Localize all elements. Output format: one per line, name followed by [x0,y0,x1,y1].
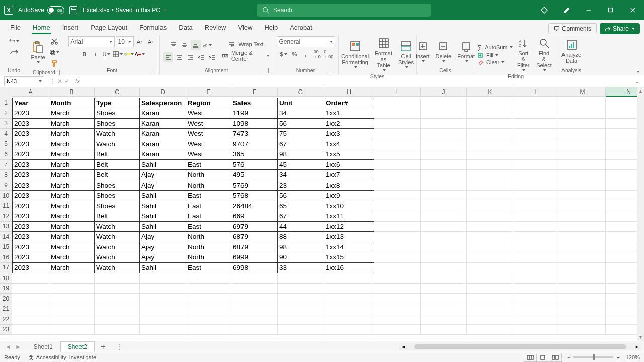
cell[interactable] [231,284,278,294]
search-input[interactable]: Search [257,4,431,17]
cell[interactable]: North [186,180,231,191]
scroll-up-icon[interactable]: ▲ [637,87,644,95]
row-header[interactable]: 4 [0,129,12,139]
cell[interactable] [559,263,606,274]
cell[interactable] [12,273,49,284]
cell[interactable] [95,325,140,335]
redo-button[interactable] [9,48,19,58]
scroll-down-icon[interactable]: ▼ [637,334,644,341]
cell[interactable]: 56 [278,119,324,129]
row-header[interactable]: 1 [0,98,12,109]
column-header[interactable]: G [278,87,324,97]
cell[interactable] [421,294,467,304]
cell[interactable] [324,294,374,304]
zoom-level[interactable]: 120% [626,354,640,360]
cell[interactable] [374,108,421,119]
cell[interactable]: March [49,149,95,160]
cell[interactable]: 1xx7 [324,170,374,180]
comma-button[interactable]: , [301,49,311,59]
save-icon[interactable] [69,6,77,14]
cell[interactable] [374,304,421,315]
column-header[interactable]: F [231,87,278,97]
fill-color-button[interactable] [124,49,134,59]
toggle-off-icon[interactable]: Off [47,6,64,14]
cell[interactable]: 2023 [12,139,49,150]
cell[interactable]: Ajay [140,180,186,191]
cell[interactable] [49,304,95,315]
view-page-break-button[interactable] [549,353,562,362]
cell[interactable] [95,314,140,325]
cell[interactable]: Salesperson [140,98,186,109]
cell[interactable] [559,284,606,294]
cell[interactable] [421,149,467,160]
cell[interactable] [559,129,606,139]
cell[interactable]: Shoes [95,191,140,201]
align-middle-button[interactable] [180,40,190,50]
cell[interactable] [95,273,140,284]
cell[interactable]: Sahil [140,211,186,222]
insert-cells-button[interactable]: Insert [414,39,432,63]
cell[interactable]: Karan [140,129,186,139]
autosum-button[interactable]: ∑AutoSum [477,44,513,51]
close-button[interactable] [622,0,644,20]
cell[interactable] [324,314,374,325]
align-left-button[interactable] [163,52,173,62]
cell[interactable]: 7473 [231,129,278,139]
tab-view[interactable]: View [232,21,258,34]
cell[interactable] [513,242,559,253]
cell[interactable] [140,273,186,284]
cell[interactable]: Sahil [140,222,186,232]
cell[interactable]: March [49,119,95,129]
cell[interactable] [467,160,513,170]
cell[interactable] [467,139,513,150]
cell[interactable] [421,191,467,201]
tab-review[interactable]: Review [199,21,232,34]
cell[interactable] [374,201,421,212]
cell[interactable] [231,304,278,315]
cell[interactable] [513,263,559,274]
cell[interactable]: West [186,129,231,139]
row-header[interactable]: 17 [0,263,12,274]
row-header[interactable]: 23 [0,325,12,335]
cell[interactable]: 1xx16 [324,263,374,274]
row-header[interactable]: 2 [0,108,12,119]
window-title[interactable]: Excel.xlsx • Saved to this PC [83,7,167,14]
cell[interactable]: 2023 [12,160,49,170]
merge-center-button[interactable]: Merge & Center [222,50,270,62]
cell[interactable]: Shoes [95,108,140,119]
decrease-indent-button[interactable] [196,52,206,62]
cell[interactable] [559,98,606,109]
cell[interactable] [513,201,559,212]
cell[interactable]: March [49,170,95,180]
cell[interactable]: Watch [95,263,140,274]
cell[interactable] [513,139,559,150]
cell[interactable]: East [186,211,231,222]
scroll-right-icon[interactable]: ► [633,344,641,349]
cell[interactable] [467,149,513,160]
cell[interactable] [467,119,513,129]
cell[interactable] [140,304,186,315]
cell[interactable]: Belt [95,160,140,170]
cell[interactable]: 26484 [231,201,278,212]
cell[interactable] [374,98,421,109]
tab-page-layout[interactable]: Page Layout [85,21,133,34]
cell[interactable] [374,180,421,191]
cell[interactable]: Watch [95,139,140,150]
cell[interactable] [186,284,231,294]
cell[interactable]: 2023 [12,263,49,274]
cell[interactable]: Belt [95,149,140,160]
cell[interactable]: March [49,222,95,232]
cell[interactable] [374,129,421,139]
cell[interactable]: Watch [95,222,140,232]
cell[interactable]: 2023 [12,211,49,222]
dialog-launcher-icon[interactable] [329,68,334,73]
increase-decimal-button[interactable]: .00→.0 [312,49,322,59]
cell[interactable]: Watch [95,252,140,263]
cell[interactable]: Shoes [95,201,140,212]
zoom-in-button[interactable]: + [616,354,619,360]
view-normal-button[interactable] [524,353,537,362]
row-header[interactable]: 10 [0,191,12,201]
cell[interactable]: 98 [278,242,324,253]
cell[interactable]: Order# [324,98,374,109]
cell[interactable]: 669 [231,211,278,222]
